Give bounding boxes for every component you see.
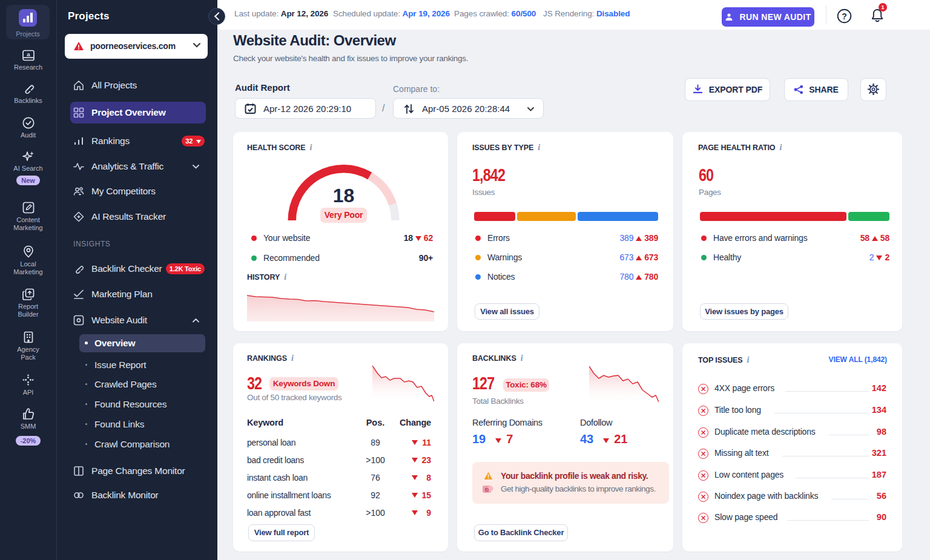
svg-text:Ð: Ð <box>485 487 489 493</box>
svg-text:a: a <box>27 51 30 58</box>
svg-text:?: ? <box>842 12 847 21</box>
